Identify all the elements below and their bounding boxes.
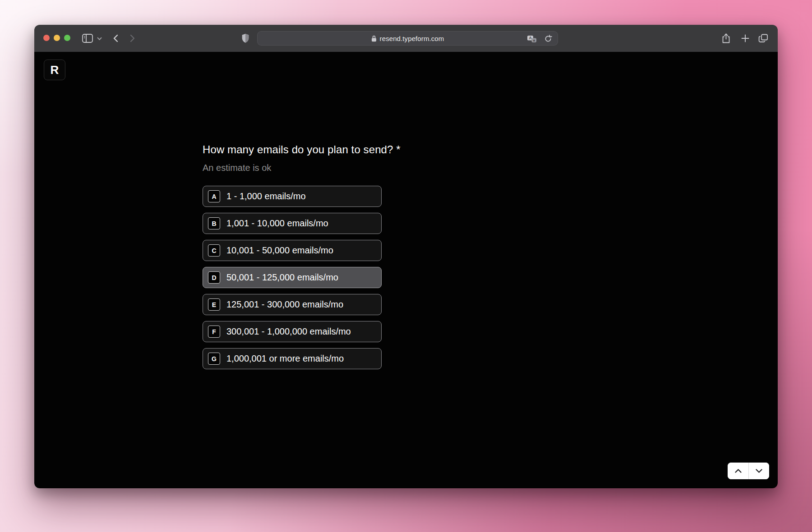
chevron-up-icon: [734, 468, 742, 473]
option-label: 1,000,001 or more emails/mo: [226, 353, 344, 364]
answer-options-list: A 1 - 1,000 emails/mo B 1,001 - 10,000 e…: [203, 186, 382, 375]
svg-text:A: A: [529, 36, 531, 40]
question-nav-buttons: [728, 463, 769, 479]
option-g-button[interactable]: G 1,000,001 or more emails/mo: [203, 348, 382, 369]
reload-icon[interactable]: [544, 35, 552, 43]
traffic-light-zoom-button[interactable]: [64, 35, 70, 41]
option-key-badge: D: [208, 271, 220, 284]
traffic-light-close-button[interactable]: [43, 35, 50, 41]
traffic-light-minimize-button[interactable]: [54, 35, 60, 41]
option-b-button[interactable]: B 1,001 - 10,000 emails/mo: [203, 213, 382, 234]
option-label: 1 - 1,000 emails/mo: [226, 191, 306, 202]
option-label: 1,001 - 10,000 emails/mo: [226, 218, 328, 229]
option-label: 300,001 - 1,000,000 emails/mo: [226, 326, 351, 337]
option-label: 50,001 - 125,000 emails/mo: [226, 272, 338, 283]
chevron-down-icon: [755, 468, 763, 473]
option-e-button[interactable]: E 125,001 - 300,000 emails/mo: [203, 294, 382, 315]
option-d-button[interactable]: D 50,001 - 125,000 emails/mo: [203, 267, 382, 288]
option-c-button[interactable]: C 10,001 - 50,000 emails/mo: [203, 240, 382, 261]
translate-icon[interactable]: A a: [527, 35, 537, 43]
forward-icon[interactable]: [130, 34, 135, 42]
question-title: How many emails do you plan to send? *: [203, 143, 401, 156]
previous-question-button[interactable]: [728, 463, 748, 479]
option-label: 10,001 - 50,000 emails/mo: [226, 245, 333, 256]
browser-window: resend.typeform.com A a: [34, 25, 778, 488]
lock-icon: [371, 35, 377, 42]
option-f-button[interactable]: F 300,001 - 1,000,000 emails/mo: [203, 321, 382, 342]
address-bar[interactable]: resend.typeform.com A a: [257, 31, 558, 46]
new-tab-plus-icon[interactable]: [741, 34, 749, 42]
option-key-badge: A: [208, 190, 220, 202]
next-question-button[interactable]: [748, 463, 769, 479]
tab-overview-icon[interactable]: [758, 34, 768, 43]
sidebar-toggle-icon[interactable]: [82, 34, 93, 43]
sidebar-chevron-down-icon[interactable]: [97, 37, 102, 41]
typeform-survey-page: R How many emails do you plan to send? *…: [34, 52, 778, 488]
privacy-shield-icon[interactable]: [241, 33, 249, 43]
url-text: resend.typeform.com: [380, 35, 444, 42]
required-asterisk: *: [396, 143, 400, 156]
browser-toolbar: resend.typeform.com A a: [34, 25, 778, 52]
resend-logo: R: [44, 60, 65, 80]
option-label: 125,001 - 300,000 emails/mo: [226, 299, 343, 310]
logo-letter: R: [51, 63, 59, 77]
back-icon[interactable]: [113, 34, 118, 42]
option-key-badge: G: [208, 353, 220, 365]
question-subtitle: An estimate is ok: [203, 163, 271, 173]
share-icon[interactable]: [722, 33, 730, 44]
option-key-badge: E: [208, 298, 220, 311]
option-key-badge: C: [208, 244, 220, 257]
option-key-badge: F: [208, 326, 220, 338]
option-key-badge: B: [208, 217, 220, 229]
option-a-button[interactable]: A 1 - 1,000 emails/mo: [203, 186, 382, 207]
